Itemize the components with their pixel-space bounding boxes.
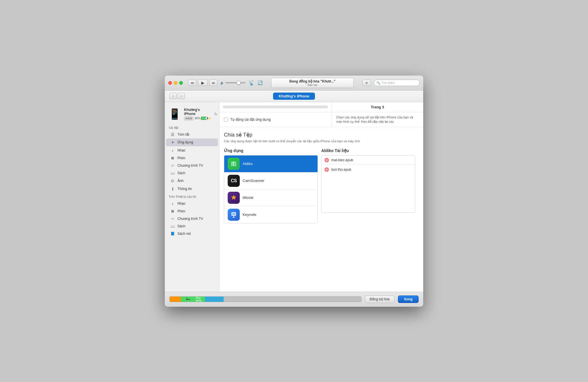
file-sharing-desc: Các ứng dụng được liệt kê bên dưới có th… [224, 139, 419, 143]
sidebar-item-sach-device[interactable]: 📖 Sách [166, 222, 218, 230]
sidebar-item-ung-dung[interactable]: ✦ Ứng dụng [166, 139, 218, 146]
chuong-trinh-tv-device-icon: ▭ [170, 217, 175, 220]
sidebar-item-nhac[interactable]: ♪ Nhạc [166, 146, 218, 154]
docs-column-header: Aldiko Tài liệu [321, 147, 415, 155]
device-meta: 64GB 96% ⚡ [184, 116, 211, 120]
tuoi-tho-icon: ● [324, 167, 329, 172]
bottom-bar: Ảnh Ứng dụng Đồng bộ hóa Xong [165, 292, 423, 307]
playback-controls: ⏮ ▶ ⏭ [188, 80, 217, 86]
svg-rect-5 [233, 217, 235, 218]
other-segment [224, 297, 361, 302]
sidebar-item-phim[interactable]: ▦ Phim [166, 154, 218, 162]
nhac-icon: ♪ [170, 148, 175, 153]
sidebar-item-chuong-trinh-tv[interactable]: ▭ Chương trình TV [166, 162, 218, 169]
app-item-imovie[interactable]: iMovie [224, 189, 318, 206]
media-segment [205, 297, 224, 302]
left-panel: Chia sẻ Tệp Các ứng dụng được liệt kê bê… [219, 127, 423, 291]
sidebar: 📱 Khương's iPhone 64GB 96% ⚡ ↻ Cài đặt [165, 102, 219, 292]
keynote-icon [228, 209, 240, 221]
search-icon: 🔍 [376, 81, 380, 85]
sidebar-item-phim-device[interactable]: ▦ Phim [166, 208, 218, 215]
apps-column: Ứng dụng [224, 147, 318, 223]
sach-icon: 📖 [170, 171, 175, 175]
doc-item-tuoi-tho[interactable]: ● tuoi tho.epub [322, 165, 415, 174]
doc-item-mat-biec[interactable]: ● mat-biec.epub [322, 156, 415, 165]
auto-install-checkbox[interactable] [224, 118, 228, 122]
nhac-device-icon: ♪ [170, 201, 175, 206]
volume-slider[interactable]: 🔈 [220, 81, 245, 85]
sidebar-item-sach-noi-device[interactable]: 📘 Sách nói [166, 230, 218, 237]
volume-low-icon: 🔈 [220, 81, 224, 85]
itunes-window: ⏮ ▶ ⏭ 🔈 📡 🔄 Đang đồng bộ hóa "Khươ..." S… [165, 76, 423, 307]
auto-install-row: Tự động cài đặt ứng dụng [219, 112, 331, 127]
phim-icon: ▦ [170, 156, 175, 160]
sync-button[interactable]: Đồng bộ hóa [365, 295, 394, 303]
apps-column-header: Ứng dụng [224, 147, 318, 155]
sidebar-item-nhac-device[interactable]: ♪ Nhạc [166, 199, 218, 208]
search-box[interactable]: 🔍 Tìm kiếm [374, 80, 420, 86]
sidebar-item-anh-label: Ảnh [177, 179, 183, 183]
refresh-button[interactable]: ↻ [214, 112, 218, 116]
ung-dung-icon: ✦ [170, 140, 175, 145]
sidebar-item-tom-tat[interactable]: ☰ Tóm tắt [166, 130, 218, 139]
sidebar-item-sach-label: Sách [177, 171, 185, 175]
battery-info: 96% ⚡ [195, 117, 211, 120]
sidebar-item-tom-tat-label: Tóm tắt [177, 133, 189, 137]
sidebar-item-chuong-trinh-tv-label: Chương trình TV [177, 164, 203, 168]
volume-thumb [237, 81, 241, 85]
settings-section-label: Cài đặt [165, 124, 219, 130]
volume-track [225, 82, 245, 83]
airplay-button[interactable]: 📡 [248, 80, 255, 86]
storage-bar: Ảnh Ứng dụng [169, 296, 361, 302]
list-view-button[interactable]: ≡ [362, 80, 371, 86]
main-layout: 📱 Khương's iPhone 64GB 96% ⚡ ↻ Cài đặt [165, 102, 423, 292]
sync-refresh-button[interactable]: 🔄 [258, 80, 262, 85]
sidebar-item-ung-dung-label: Ứng dụng [177, 140, 193, 144]
sync-tab[interactable]: Đang đồng bộ hóa "Khươ..." Sao lưu [271, 78, 354, 88]
sach-device-icon: 📖 [170, 224, 175, 228]
docs-column: Aldiko Tài liệu ● mat-biec.epub ● tuoi t… [318, 147, 419, 223]
progress-bar [223, 105, 328, 108]
auto-install-label: Tự động cài đặt ứng dụng [230, 118, 271, 122]
device-details: Khương's iPhone 64GB 96% ⚡ [184, 108, 211, 120]
aldiko-icon [228, 158, 240, 170]
maximize-button[interactable] [179, 81, 183, 85]
auto-install-row-container: Tự động cài đặt ứng dụng Chọn các ứng dụ… [219, 112, 423, 127]
app-item-aldiko[interactable]: Aldiko [224, 156, 318, 172]
content-area: Trang 3 Tự động cài đặt ứng dụng Chọn cá… [219, 102, 423, 292]
sidebar-item-sach[interactable]: 📖 Sách [166, 169, 218, 177]
aldiko-name: Aldiko [243, 162, 253, 166]
navbar: ‹ › Khương's iPhone [165, 91, 423, 102]
device-icon: 📱 [168, 109, 181, 119]
sidebar-item-chuong-trinh-tv-device-label: Chương trình TV [177, 217, 203, 221]
app-item-camscanner[interactable]: CS CamScanner [224, 172, 318, 189]
done-button[interactable]: Xong [398, 295, 419, 303]
sidebar-item-thong-tin[interactable]: ℹ Thông tin [166, 185, 218, 193]
close-button[interactable] [168, 81, 172, 85]
app-item-keynote[interactable]: Keynote [224, 206, 318, 223]
sidebar-item-anh[interactable]: ⊙ Ảnh [166, 177, 218, 185]
rewind-button[interactable]: ⏮ [188, 80, 196, 86]
sidebar-item-chuong-trinh-tv-device[interactable]: ▭ Chương trình TV [166, 215, 218, 222]
sidebar-item-phim-label: Phim [177, 156, 185, 160]
photos-segment [170, 297, 181, 302]
sync-tab-title: Đang đồng bộ hóa "Khươ..." [277, 79, 348, 83]
camscanner-name: CamScanner [243, 178, 264, 183]
sidebar-item-sach-noi-device-label: Sách nói [177, 232, 191, 236]
mat-biec-icon: ● [324, 158, 329, 162]
titlebar: ⏮ ▶ ⏭ 🔈 📡 🔄 Đang đồng bộ hóa "Khươ..." S… [165, 76, 423, 91]
file-sharing-row: Ứng dụng [224, 147, 419, 223]
trang3-area: Trang 3 [331, 102, 423, 112]
device-info: 📱 Khương's iPhone 64GB 96% ⚡ ↻ [165, 105, 219, 124]
back-button[interactable]: ‹ [169, 93, 177, 99]
fast-forward-button[interactable]: ⏭ [209, 80, 217, 86]
charging-icon: ⚡ [208, 117, 211, 120]
tuoi-tho-name: tuoi tho.epub [331, 168, 351, 172]
right-panel-description: Chọn các ứng dụng sẽ cài đặt trên iPhone… [331, 112, 423, 127]
photos-label: Ảnh [186, 298, 190, 301]
minimize-button[interactable] [174, 81, 177, 85]
forward-button[interactable]: › [177, 93, 185, 99]
device-button[interactable]: Khương's iPhone [273, 93, 315, 100]
battery-icon [201, 117, 207, 120]
play-button[interactable]: ▶ [198, 80, 208, 86]
